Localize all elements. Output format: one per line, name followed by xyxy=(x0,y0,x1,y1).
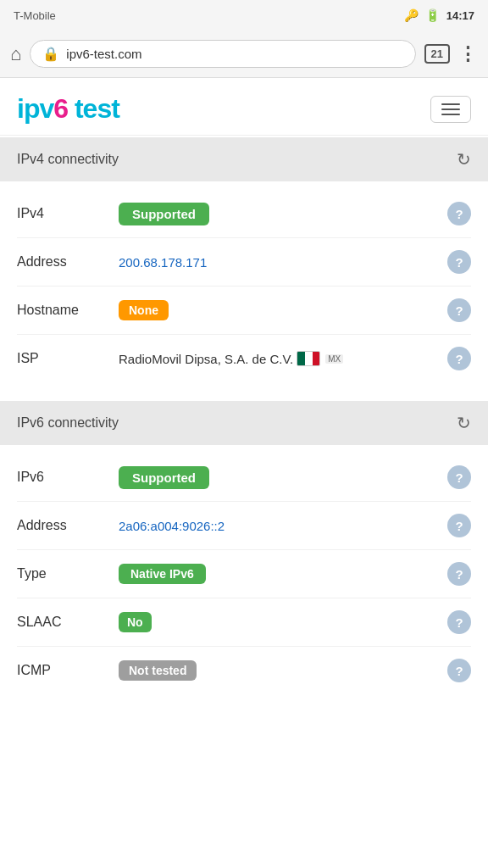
hamburger-line-2 xyxy=(441,108,460,110)
home-icon[interactable]: ⌂ xyxy=(10,43,21,65)
ipv4-help-button[interactable]: ? xyxy=(447,202,471,225)
ipv4-isp-help-button[interactable]: ? xyxy=(447,347,471,370)
hamburger-line-1 xyxy=(441,103,460,105)
site-logo: ipv6 test xyxy=(17,93,119,125)
isp-flag-area: RadioMovil Dipsa, S.A. de C.V. MX xyxy=(119,351,343,366)
hamburger-line-3 xyxy=(441,114,460,115)
ipv4-isp-label: ISP xyxy=(17,351,110,366)
ipv4-hostname-label: Hostname xyxy=(17,303,110,318)
icmp-not-tested-badge: Not tested xyxy=(119,660,197,681)
ipv6-slaac-row: SLAAC No ? xyxy=(17,598,471,647)
hamburger-menu-button[interactable] xyxy=(430,96,471,123)
ipv6-section-header: IPv6 connectivity ↻ xyxy=(0,401,488,445)
ipv6-slaac-label: SLAAC xyxy=(17,615,110,630)
slaac-no-badge: No xyxy=(119,612,152,632)
ipv4-value: Supported xyxy=(119,203,439,225)
status-bar: T-Mobile 🔑 🔋 14:17 xyxy=(0,0,488,31)
ipv4-hostname-value: None xyxy=(119,300,439,320)
ipv6-address-row: Address 2a06:a004:9026::2 ? xyxy=(17,502,471,550)
lock-icon: 🔒 xyxy=(42,46,59,62)
ipv6-section: IPv6 connectivity ↻ IPv6 Supported ? Add… xyxy=(0,401,488,711)
ipv4-row: IPv4 Supported ? xyxy=(17,190,471,238)
mx-country-code: MX xyxy=(325,354,343,364)
ipv4-address-label: Address xyxy=(17,254,110,270)
ipv6-icmp-value: Not tested xyxy=(119,660,439,681)
ipv4-refresh-icon[interactable]: ↻ xyxy=(457,149,471,170)
site-header: ipv6 test xyxy=(0,78,488,136)
ipv4-content: IPv4 Supported ? Address 200.68.178.171 … xyxy=(0,181,488,399)
ipv4-section-header: IPv4 connectivity ↻ xyxy=(0,137,488,181)
browser-menu-icon[interactable]: ⋮ xyxy=(458,43,478,65)
ipv4-hostname-row: Hostname None ? xyxy=(17,287,471,335)
ipv6-type-help-button[interactable]: ? xyxy=(447,562,471,586)
clock: 14:17 xyxy=(446,9,474,22)
hostname-none-badge: None xyxy=(119,300,169,320)
ipv4-label: IPv4 xyxy=(17,206,110,221)
ipv6-supported-badge: Supported xyxy=(119,466,209,489)
carrier-label: T-Mobile xyxy=(14,9,56,22)
mexico-flag-icon xyxy=(297,351,320,366)
ipv6-icmp-label: ICMP xyxy=(17,663,110,678)
ipv4-supported-badge: Supported xyxy=(119,203,209,225)
ipv6-icmp-help-button[interactable]: ? xyxy=(447,659,471,682)
ipv6-slaac-help-button[interactable]: ? xyxy=(447,610,471,634)
battery-icon: 🔋 xyxy=(425,8,440,22)
ipv6-slaac-value: No xyxy=(119,612,439,632)
logo-test-text: test xyxy=(75,93,119,124)
ipv4-isp-row: ISP RadioMovil Dipsa, S.A. de C.V. MX ? xyxy=(17,335,471,382)
logo-ipv-text: ipv xyxy=(17,93,53,124)
address-bar[interactable]: 🔒 ipv6-test.com xyxy=(30,40,415,68)
ipv6-content: IPv6 Supported ? Address 2a06:a004:9026:… xyxy=(0,445,488,711)
ipv6-row: IPv6 Supported ? xyxy=(17,453,471,502)
ipv6-help-button[interactable]: ? xyxy=(447,465,471,489)
ipv4-isp-value: RadioMovil Dipsa, S.A. de C.V. MX xyxy=(119,351,439,366)
ipv4-address-help-button[interactable]: ? xyxy=(447,250,471,274)
ipv4-address-row: Address 200.68.178.171 ? xyxy=(17,238,471,287)
ipv4-section: IPv4 connectivity ↻ IPv4 Supported ? Add… xyxy=(0,137,488,399)
ipv6-type-value: Native IPv6 xyxy=(119,564,439,584)
logo-space xyxy=(68,93,75,124)
ipv6-label: IPv6 xyxy=(17,470,110,485)
logo-6-text: 6 xyxy=(53,93,68,124)
ipv6-title: IPv6 connectivity xyxy=(17,415,119,431)
ipv4-address-value[interactable]: 200.68.178.171 xyxy=(119,255,439,270)
ipv6-address-value[interactable]: 2a06:a004:9026::2 xyxy=(119,519,439,533)
ipv6-value: Supported xyxy=(119,466,439,489)
ipv6-address-help-button[interactable]: ? xyxy=(447,514,471,537)
ipv6-type-badge: Native IPv6 xyxy=(119,564,206,584)
ipv6-icmp-row: ICMP Not tested ? xyxy=(17,647,471,694)
browser-bar: ⌂ 🔒 ipv6-test.com 21 ⋮ xyxy=(0,31,488,78)
ipv4-hostname-help-button[interactable]: ? xyxy=(447,298,471,322)
status-icons: 🔑 🔋 14:17 xyxy=(404,8,474,22)
ipv4-title: IPv4 connectivity xyxy=(17,152,119,167)
ipv6-address-label: Address xyxy=(17,518,110,533)
ipv6-type-row: Type Native IPv6 ? xyxy=(17,550,471,598)
url-text: ipv6-test.com xyxy=(66,47,402,61)
ipv6-type-label: Type xyxy=(17,566,110,581)
key-icon: 🔑 xyxy=(404,8,419,22)
tab-count[interactable]: 21 xyxy=(424,44,450,64)
ipv6-refresh-icon[interactable]: ↻ xyxy=(457,413,471,433)
